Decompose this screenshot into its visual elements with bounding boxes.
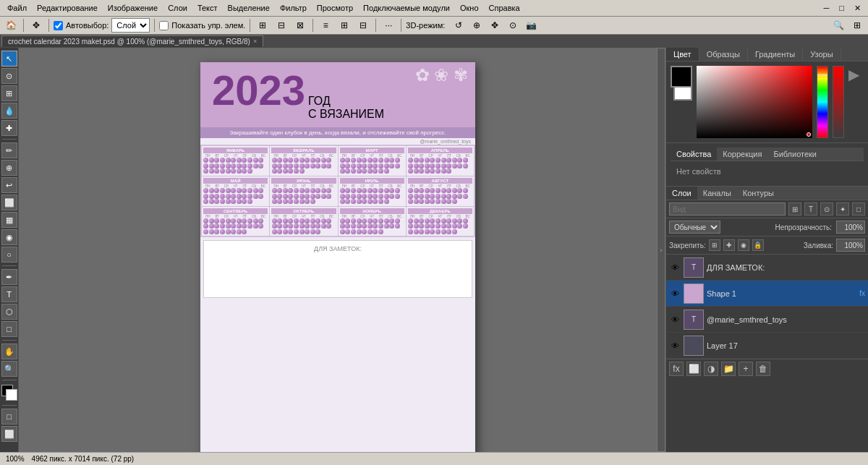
day-ball[interactable] — [446, 194, 451, 199]
pan3d-button[interactable]: ✥ — [487, 17, 503, 33]
day-ball[interactable] — [425, 199, 430, 204]
day-ball[interactable] — [242, 168, 247, 174]
day-ball[interactable] — [242, 158, 247, 163]
add-mask-button[interactable]: ⬜ — [686, 362, 701, 376]
day-ball[interactable] — [384, 223, 389, 229]
day-ball[interactable] — [395, 188, 400, 193]
day-ball[interactable] — [214, 163, 219, 168]
add-group-button[interactable]: 📁 — [721, 362, 736, 376]
day-ball[interactable] — [435, 223, 441, 229]
day-ball[interactable] — [315, 163, 320, 168]
cam-button[interactable]: 📷 — [523, 17, 539, 33]
day-ball[interactable] — [231, 223, 236, 229]
day-ball[interactable] — [378, 218, 383, 223]
day-ball[interactable] — [272, 199, 277, 204]
crop-tool[interactable]: ⊞ — [1, 85, 17, 101]
day-ball[interactable] — [435, 188, 441, 193]
day-ball[interactable] — [226, 194, 231, 199]
day-ball[interactable] — [452, 158, 457, 163]
day-ball[interactable] — [446, 199, 451, 204]
day-ball[interactable] — [231, 168, 236, 174]
day-ball[interactable] — [315, 194, 320, 199]
day-ball[interactable] — [299, 163, 305, 168]
day-ball[interactable] — [446, 158, 451, 163]
day-ball[interactable] — [231, 158, 236, 163]
day-ball[interactable] — [389, 218, 394, 223]
day-ball[interactable] — [247, 223, 252, 229]
color-expand-button[interactable]: ▶ — [848, 66, 859, 83]
day-ball[interactable] — [373, 229, 378, 234]
hue-bar[interactable] — [817, 66, 828, 138]
lock-position-button[interactable]: ✚ — [723, 239, 735, 251]
day-ball[interactable] — [237, 168, 242, 174]
close-button[interactable]: ✕ — [850, 2, 865, 14]
day-ball[interactable] — [299, 199, 305, 204]
day-ball[interactable] — [345, 223, 350, 229]
day-ball[interactable] — [362, 223, 367, 229]
day-ball[interactable] — [340, 223, 345, 229]
day-ball[interactable] — [408, 168, 413, 174]
day-ball[interactable] — [242, 163, 247, 168]
day-ball[interactable] — [315, 229, 320, 234]
menu-file[interactable]: Файл — [3, 2, 31, 14]
day-ball[interactable] — [258, 218, 263, 223]
day-ball[interactable] — [463, 218, 468, 223]
day-ball[interactable] — [214, 218, 219, 223]
day-ball[interactable] — [203, 218, 208, 223]
layer-item[interactable]: 👁T@marie_smthred_toys — [666, 307, 868, 333]
background-color[interactable] — [6, 389, 17, 401]
day-ball[interactable] — [441, 223, 446, 229]
day-ball[interactable] — [294, 194, 299, 199]
day-ball[interactable] — [395, 158, 400, 163]
day-ball[interactable] — [305, 229, 310, 234]
day-ball[interactable] — [299, 158, 305, 163]
day-ball[interactable] — [272, 188, 277, 193]
day-ball[interactable] — [294, 188, 299, 193]
day-ball[interactable] — [367, 218, 373, 223]
day-ball[interactable] — [326, 163, 331, 168]
day-ball[interactable] — [446, 223, 451, 229]
day-ball[interactable] — [389, 223, 394, 229]
day-ball[interactable] — [446, 168, 451, 174]
day-ball[interactable] — [237, 194, 242, 199]
day-ball[interactable] — [247, 163, 252, 168]
day-ball[interactable] — [435, 163, 441, 168]
day-ball[interactable] — [326, 188, 331, 193]
blur-tool[interactable]: ◉ — [1, 229, 17, 245]
day-ball[interactable] — [419, 163, 424, 168]
day-ball[interactable] — [226, 223, 231, 229]
day-ball[interactable] — [457, 158, 462, 163]
day-ball[interactable] — [457, 218, 462, 223]
day-ball[interactable] — [310, 223, 315, 229]
day-ball[interactable] — [283, 158, 288, 163]
day-ball[interactable] — [351, 218, 356, 223]
day-ball[interactable] — [441, 194, 446, 199]
history-brush[interactable]: ↩ — [1, 177, 17, 193]
day-ball[interactable] — [419, 223, 424, 229]
day-ball[interactable] — [294, 168, 299, 174]
day-ball[interactable] — [378, 168, 383, 174]
day-ball[interactable] — [305, 158, 310, 163]
day-ball[interactable] — [357, 218, 362, 223]
day-ball[interactable] — [340, 158, 345, 163]
day-ball[interactable] — [457, 163, 462, 168]
day-ball[interactable] — [389, 188, 394, 193]
day-ball[interactable] — [321, 188, 326, 193]
day-ball[interactable] — [310, 218, 315, 223]
day-ball[interactable] — [362, 199, 367, 204]
workspace-button[interactable]: ⊞ — [849, 17, 865, 33]
day-ball[interactable] — [446, 163, 451, 168]
day-ball[interactable] — [226, 218, 231, 223]
day-ball[interactable] — [253, 194, 258, 199]
day-ball[interactable] — [294, 199, 299, 204]
delete-layer-button[interactable]: 🗑 — [756, 362, 770, 376]
layer-visibility-toggle[interactable]: 👁 — [669, 262, 681, 273]
day-ball[interactable] — [441, 163, 446, 168]
day-ball[interactable] — [220, 158, 225, 163]
day-ball[interactable] — [367, 158, 373, 163]
day-ball[interactable] — [288, 158, 293, 163]
day-ball[interactable] — [389, 163, 394, 168]
day-ball[interactable] — [441, 199, 446, 204]
day-ball[interactable] — [345, 163, 350, 168]
day-ball[interactable] — [326, 194, 331, 199]
